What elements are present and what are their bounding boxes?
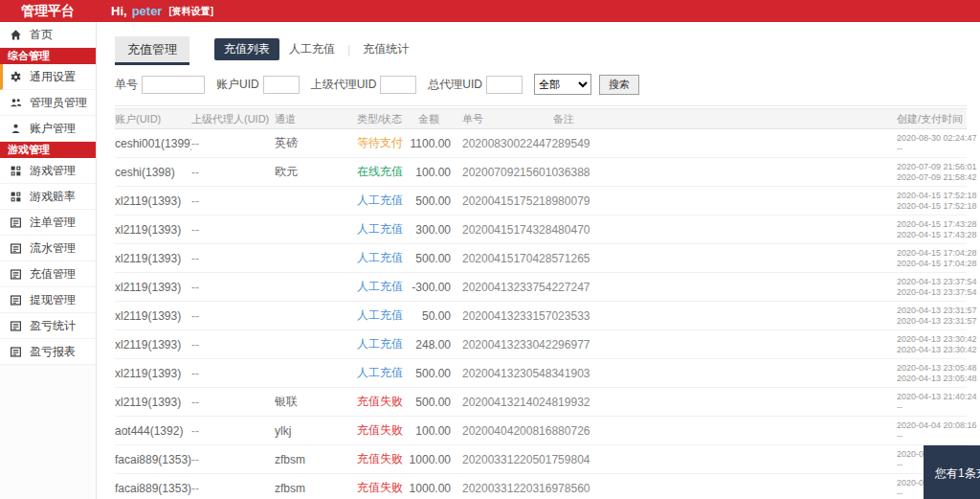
table-row: xl2119(1393)--人工充值500.002020041517042857… [115, 244, 967, 273]
order-no-cell: 20200413233157023533 [462, 309, 553, 323]
account-cell: facai889(1353) [115, 453, 191, 466]
order-no-cell: 20200709215601036388 [462, 166, 553, 179]
profile-settings-link[interactable]: [资料设置] [168, 5, 213, 18]
sidebar-item[interactable]: 通用设置 [0, 64, 96, 90]
sidebar-item[interactable]: 提现管理 [0, 287, 96, 313]
sidebar-item[interactable]: 管理员管理 [0, 90, 96, 116]
status-label[interactable]: 人工充值 [357, 336, 405, 352]
sidebar-section[interactable]: 综合管理 [0, 48, 96, 64]
account-cell: xl2119(1393) [115, 223, 191, 237]
filter-bar: 单号账户UID上级代理UID总代理UID全部搜索 [115, 74, 967, 106]
table-row: xl2119(1393)--银联充值失败500.0020200413214024… [115, 388, 967, 417]
agent-cell: -- [191, 137, 275, 150]
status-label[interactable]: 人工充值 [357, 250, 405, 266]
status-label[interactable]: 等待支付 [357, 135, 405, 151]
notification-toast[interactable]: 您有1条充 [924, 445, 980, 499]
table-row: xl2119(1393)--人工充值-300.00202004132337542… [115, 273, 967, 302]
time-cell: 2020-04-13 21:40:24-- [897, 392, 967, 413]
list-icon [10, 216, 22, 229]
channel-cell: 英磅 [275, 135, 357, 151]
amount-cell: 300.00 [405, 223, 462, 237]
status-label[interactable]: 人工充值 [357, 307, 405, 324]
column-header: 单号 [462, 112, 553, 126]
column-header: 创建/支付时间 [897, 112, 967, 126]
gear-icon [10, 71, 22, 83]
column-header: 通道 [275, 112, 357, 126]
tab-2[interactable]: 人工充值 [279, 38, 345, 60]
page-header: 充值管理 充值列表人工充值|充值统计 [115, 36, 967, 65]
account-cell: xl2119(1393) [115, 194, 191, 208]
table-row: xl2119(1393)--人工充值248.002020041323304229… [115, 330, 967, 359]
account-cell: ceshi(1398) [115, 166, 191, 179]
status-filter-select[interactable]: 全部 [534, 74, 591, 95]
table-row: facai889(1353)--zfbsm充值失败1000.0020200331… [115, 445, 967, 474]
order-no-cell: 20200415175218980079 [462, 194, 553, 208]
users-icon [10, 97, 22, 109]
order-no-cell: 20200331220501759804 [462, 453, 553, 466]
recharge-table: 账户(UID)上级代理人(UID)通道类型/状态金额单号备注创建/支付时间 ce… [115, 108, 967, 499]
sidebar-item-label: 管理员管理 [30, 95, 87, 111]
sidebar-item[interactable]: 游戏管理 [0, 158, 96, 184]
table-body: ceshi001(1399)--英磅等待支付1100.0020200830022… [115, 129, 967, 499]
status-label[interactable]: 人工充值 [357, 193, 405, 209]
table-row: xl2119(1393)--人工充值500.002020041517521898… [115, 187, 967, 215]
sidebar-item[interactable]: 首页 [0, 22, 96, 48]
time-cell: 2020-08-30 02:24:47-- [897, 133, 967, 154]
status-label[interactable]: 人工充值 [357, 221, 405, 238]
tab-3[interactable]: 充值统计 [353, 38, 418, 60]
sidebar-item[interactable]: 注单管理 [0, 210, 96, 236]
filter-field: 单号 [115, 76, 205, 94]
page-title: 充值管理 [115, 36, 189, 65]
filter-input[interactable] [263, 76, 300, 94]
sidebar-item[interactable]: 账户管理 [0, 116, 96, 142]
status-label[interactable]: 充值失败 [357, 451, 405, 467]
tab-bar: 充值列表人工充值|充值统计 [214, 38, 418, 65]
agent-cell: -- [191, 223, 275, 237]
list-icon [10, 294, 22, 306]
agent-cell: -- [191, 367, 275, 380]
order-no-cell: 20200413233042296977 [462, 338, 553, 352]
time-cell: 2020-04-13 23:37:542020-04-13 23:37:54 [897, 277, 967, 298]
sidebar-item[interactable]: 盈亏统计 [0, 313, 96, 339]
channel-cell: 欧元 [275, 164, 357, 180]
amount-cell: 500.00 [405, 367, 462, 380]
filter-label: 上级代理UID [311, 77, 377, 93]
filter-label: 账户UID [216, 77, 259, 93]
tab-1[interactable]: 充值列表 [214, 38, 279, 60]
time-cell: 2020-04-13 23:30:422020-04-13 23:30:42 [897, 334, 967, 355]
search-button[interactable]: 搜索 [599, 75, 639, 95]
order-no-cell: 20200413233754227247 [462, 281, 553, 294]
time-cell: 2020-04-13 23:31:572020-04-13 23:31:57 [897, 306, 967, 327]
sidebar-item[interactable]: 流水管理 [0, 236, 96, 261]
amount-cell: 248.00 [405, 338, 462, 352]
account-cell: xl2119(1393) [115, 309, 191, 323]
column-header: 上级代理人(UID) [191, 112, 275, 126]
sidebar-item[interactable]: 盈亏报表 [0, 339, 96, 365]
order-no-cell: 20200830022447289549 [462, 137, 553, 150]
table-row: xl2119(1393)--人工充值500.002020041323054834… [115, 359, 967, 388]
time-cell: 2020-04-15 17:04:282020-04-15 17:04:28 [897, 248, 967, 269]
status-label[interactable]: 人工充值 [357, 365, 405, 381]
list-icon [10, 346, 22, 358]
greeting-text: Hi, [111, 4, 127, 18]
status-label[interactable]: 充值失败 [357, 422, 405, 439]
sidebar-item[interactable]: 充值管理 [0, 261, 96, 287]
order-no-cell: 20200331220316978560 [462, 482, 553, 495]
agent-cell: -- [191, 338, 275, 352]
status-label[interactable]: 在线充值 [357, 164, 405, 180]
table-row: ceshi001(1399)--英磅等待支付1100.0020200830022… [115, 129, 967, 158]
account-cell: ceshi001(1399) [115, 137, 191, 150]
amount-cell: 500.00 [405, 194, 462, 208]
filter-input[interactable] [380, 76, 416, 94]
sidebar-section[interactable]: 游戏管理 [0, 142, 96, 158]
agent-cell: -- [191, 194, 275, 208]
status-label[interactable]: 充值失败 [357, 480, 405, 496]
filter-input[interactable] [142, 76, 205, 94]
status-label[interactable]: 人工充值 [357, 279, 405, 295]
status-label[interactable]: 充值失败 [357, 394, 405, 410]
filter-input[interactable] [486, 76, 523, 94]
sidebar-item[interactable]: 游戏赔率 [0, 184, 96, 210]
sidebar-item-label: 账户管理 [30, 121, 76, 137]
channel-cell: zfbsm [275, 453, 357, 466]
agent-cell: -- [191, 309, 275, 323]
